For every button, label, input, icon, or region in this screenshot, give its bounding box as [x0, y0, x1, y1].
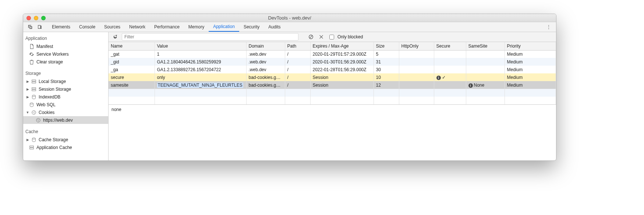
cell-secure[interactable] — [434, 66, 466, 73]
tab-security[interactable]: Security — [239, 22, 264, 32]
sidebar-item-local-storage[interactable]: ▶ Local Storage — [23, 77, 108, 85]
cell-size[interactable]: 5 — [374, 50, 399, 58]
cell-path[interactable]: / — [285, 81, 310, 89]
cell-samesite[interactable] — [466, 58, 505, 66]
zoom-window-button[interactable] — [41, 16, 46, 20]
cell-value[interactable]: TEENAGE_MUTANT_NINJA_FLEURTLES — [155, 81, 246, 89]
cell-secure[interactable]: i✓ — [434, 73, 466, 81]
cell-size[interactable]: 31 — [374, 58, 399, 66]
cell-value[interactable]: GA1.2.1804046426.1580259929 — [155, 58, 246, 66]
tab-network[interactable]: Network — [125, 22, 150, 32]
col-path[interactable]: Path — [285, 42, 310, 50]
cell-name[interactable]: _gat — [109, 50, 155, 58]
sidebar-item-cache-storage[interactable]: ▶ Cache Storage — [23, 136, 108, 143]
cell-priority[interactable]: Medium — [505, 58, 556, 66]
cell-value[interactable]: GA1.2.1338892726.1567204722 — [155, 66, 246, 73]
cell-priority[interactable]: Medium — [505, 81, 556, 89]
device-toolbar-icon[interactable] — [35, 24, 45, 30]
sidebar-item-service-workers[interactable]: Service Workers — [23, 50, 108, 58]
cell-httponly[interactable] — [399, 58, 434, 66]
col-expires[interactable]: Expires / Max-Age — [310, 42, 374, 50]
col-value[interactable]: Value — [155, 42, 246, 50]
col-httponly[interactable]: HttpOnly — [399, 42, 434, 50]
database-icon — [31, 137, 36, 142]
delete-selected-button[interactable] — [318, 33, 325, 41]
more-options-icon[interactable]: ⋮ — [544, 22, 553, 32]
sidebar-item-indexeddb[interactable]: ▶ IndexedDB — [23, 93, 108, 101]
cell-samesite[interactable]: iNone — [466, 81, 505, 89]
cell-domain[interactable]: bad-cookies.g… — [246, 73, 285, 81]
close-window-button[interactable] — [26, 16, 31, 20]
sidebar-item-manifest[interactable]: Manifest — [23, 42, 108, 50]
only-blocked-toggle[interactable]: Only blocked — [328, 34, 363, 41]
minimize-window-button[interactable] — [34, 16, 38, 20]
cell-priority[interactable]: Medium — [505, 66, 556, 73]
sidebar-item-web-sql[interactable]: Web SQL — [23, 101, 108, 108]
sidebar-item-clear-storage[interactable]: Clear storage — [23, 58, 108, 66]
cell-secure[interactable] — [434, 50, 466, 58]
table-row[interactable]: _gidGA1.2.1804046426.1580259929.web.dev/… — [109, 58, 556, 66]
cell-expires[interactable]: 2020-01-29T01:57:29.000Z — [310, 50, 374, 58]
cell-priority[interactable]: Medium — [505, 50, 556, 58]
cell-expires[interactable]: Session — [310, 81, 374, 89]
tab-console[interactable]: Console — [75, 22, 100, 32]
cell-samesite[interactable] — [466, 50, 505, 58]
cell-size[interactable]: 12 — [374, 81, 399, 89]
cell-priority[interactable]: Medium — [505, 73, 556, 81]
cell-path[interactable]: / — [285, 58, 310, 66]
cell-expires[interactable]: Session — [310, 73, 374, 81]
table-row[interactable]: secureonlybad-cookies.g…/Session10i✓Medi… — [109, 73, 556, 81]
cell-expires[interactable]: 2020-01-30T01:56:29.000Z — [310, 58, 374, 66]
cell-secure[interactable] — [434, 58, 466, 66]
cell-secure[interactable] — [434, 81, 466, 89]
cell-domain[interactable]: .web.dev — [246, 58, 285, 66]
refresh-button[interactable] — [112, 33, 119, 41]
svg-rect-1 — [32, 82, 36, 83]
sidebar-item-session-storage[interactable]: ▶ Session Storage — [23, 85, 108, 93]
value-editing[interactable]: TEENAGE_MUTANT_NINJA_FLEURTLES — [157, 83, 243, 88]
sidebar-item-cookies[interactable]: ▼ Cookies — [23, 108, 108, 116]
col-domain[interactable]: Domain — [246, 42, 285, 50]
inspect-element-icon[interactable] — [25, 24, 35, 30]
cell-value[interactable]: 1 — [155, 50, 246, 58]
sidebar-item-application-cache[interactable]: Application Cache — [23, 143, 108, 151]
tab-performance[interactable]: Performance — [150, 22, 184, 32]
clear-all-button[interactable] — [307, 33, 315, 41]
tab-application[interactable]: Application — [209, 22, 239, 32]
cell-domain[interactable]: .web.dev — [246, 50, 285, 58]
cell-path[interactable]: / — [285, 50, 310, 58]
tab-memory[interactable]: Memory — [184, 22, 209, 32]
table-row[interactable]: samesiteTEENAGE_MUTANT_NINJA_FLEURTLESba… — [109, 81, 556, 89]
cell-value[interactable]: only — [155, 73, 246, 81]
table-row[interactable]: _gaGA1.2.1338892726.1567204722.web.dev/2… — [109, 66, 556, 73]
table-row[interactable]: _gat1.web.dev/2020-01-29T01:57:29.000Z5M… — [109, 50, 556, 58]
sidebar-item-cookie-origin[interactable]: https://web.dev — [23, 116, 108, 124]
cell-name[interactable]: _gid — [109, 58, 155, 66]
tab-sources[interactable]: Sources — [100, 22, 125, 32]
col-name[interactable]: Name — [109, 42, 155, 50]
cell-name[interactable]: _ga — [109, 66, 155, 73]
col-priority[interactable]: Priority — [505, 42, 556, 50]
cell-domain[interactable]: bad-cookies.g… — [246, 81, 285, 89]
cell-path[interactable]: / — [285, 73, 310, 81]
cell-size[interactable]: 10 — [374, 73, 399, 81]
cell-name[interactable]: secure — [109, 73, 155, 81]
only-blocked-checkbox[interactable] — [329, 35, 334, 39]
cell-samesite[interactable] — [466, 66, 505, 73]
cell-httponly[interactable] — [399, 66, 434, 73]
cell-path[interactable]: / — [285, 66, 310, 73]
col-secure[interactable]: Secure — [434, 42, 466, 50]
cell-httponly[interactable] — [399, 50, 434, 58]
tab-elements[interactable]: Elements — [47, 22, 75, 32]
filter-input[interactable] — [122, 33, 298, 41]
cell-name[interactable]: samesite — [109, 81, 155, 89]
col-size[interactable]: Size — [374, 42, 399, 50]
cell-size[interactable]: 30 — [374, 66, 399, 73]
tab-audits[interactable]: Audits — [264, 22, 285, 32]
cell-domain[interactable]: .web.dev — [246, 66, 285, 73]
cell-httponly[interactable] — [399, 81, 434, 89]
cell-expires[interactable]: 2022-01-28T01:56:29.000Z — [310, 66, 374, 73]
cell-samesite[interactable] — [466, 73, 505, 81]
col-samesite[interactable]: SameSite — [466, 42, 505, 50]
cell-httponly[interactable] — [399, 73, 434, 81]
